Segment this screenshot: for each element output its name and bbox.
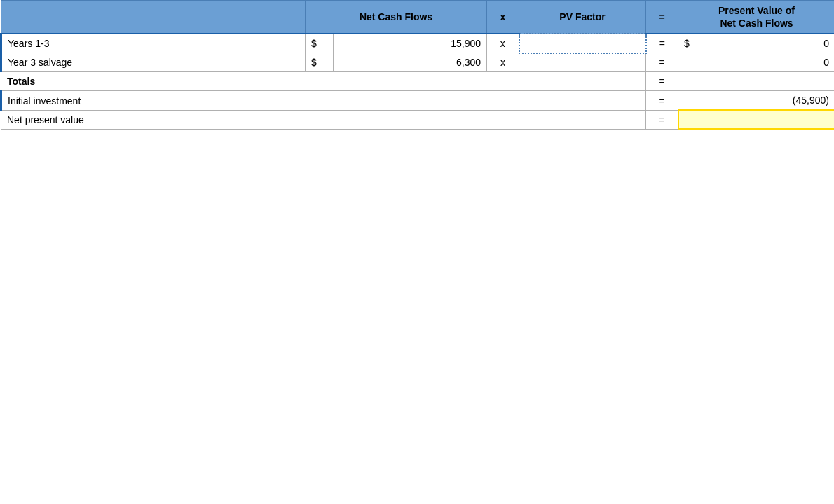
header-empty (1, 1, 306, 34)
years13-label: Years 1-3 (1, 34, 306, 53)
years13-dollar-sign: $ (306, 34, 334, 53)
header-pvncf: Present Value ofNet Cash Flows (678, 1, 835, 34)
totals-row: Totals = (1, 72, 835, 91)
year3salvage-eq: = (646, 53, 678, 72)
header-ncf: Net Cash Flows (306, 1, 487, 34)
years13-eq: = (646, 34, 678, 53)
npv-row: Net present value = (1, 110, 835, 129)
year3salvage-amount: 6,300 (334, 53, 487, 72)
year3salvage-pv-factor[interactable] (519, 53, 646, 72)
initial-investment-label: Initial investment (1, 91, 646, 111)
totals-label: Totals (1, 72, 646, 91)
header-x: x (487, 1, 519, 34)
years13-result-amount: 0 (706, 34, 835, 53)
year3salvage-x: x (487, 53, 519, 72)
npv-label: Net present value (1, 110, 646, 129)
year3salvage-dollar-sign: $ (306, 53, 334, 72)
year3salvage-row: Year 3 salvage $ 6,300 x = 0 (1, 53, 835, 72)
npv-main-table: Net Cash Flows x PV Factor = Present Val… (0, 0, 834, 130)
initial-investment-eq: = (646, 91, 678, 111)
year3salvage-result-amount: 0 (706, 53, 835, 72)
years13-x: x (487, 34, 519, 53)
years13-pv-factor[interactable] (519, 34, 646, 53)
years13-result-dollar: $ (678, 34, 706, 53)
year3salvage-result-dollar (678, 53, 706, 72)
header-equals: = (646, 1, 678, 34)
initial-investment-result: (45,900) (678, 91, 835, 111)
npv-result[interactable] (678, 110, 835, 129)
totals-result (678, 72, 835, 91)
npv-eq: = (646, 110, 678, 129)
years13-amount: 15,900 (334, 34, 487, 53)
year3salvage-label: Year 3 salvage (1, 53, 306, 72)
years13-row: Years 1-3 $ 15,900 x = $ 0 (1, 34, 835, 53)
header-row: Net Cash Flows x PV Factor = Present Val… (1, 1, 835, 34)
initial-investment-row: Initial investment = (45,900) (1, 91, 835, 111)
totals-eq: = (646, 72, 678, 91)
header-pv-factor: PV Factor (519, 1, 646, 34)
